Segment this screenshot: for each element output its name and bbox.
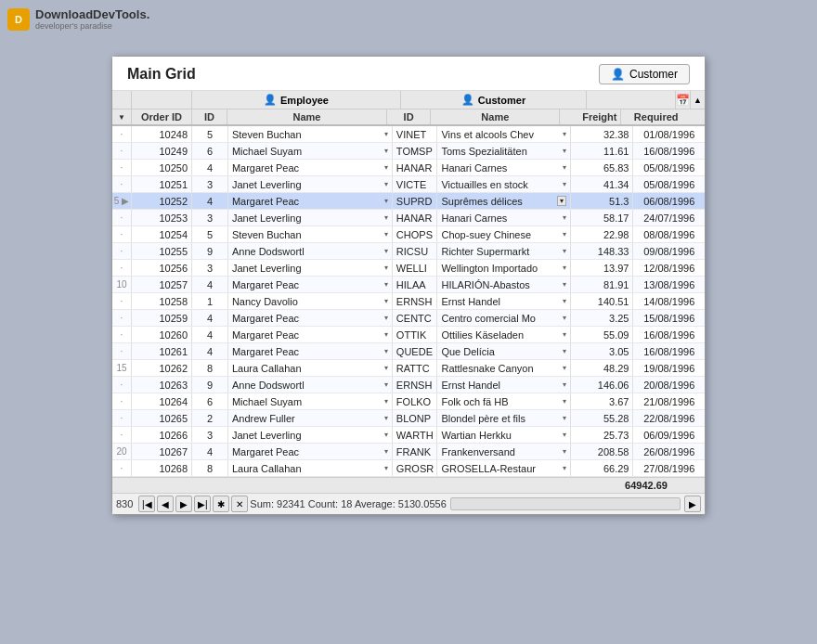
emp-dropdown-icon[interactable]: ▾ [384, 180, 388, 188]
cust-dropdown-icon[interactable]: ▾ [563, 280, 566, 289]
row-cust-name[interactable]: GROSELLA-Restaur ▾ [436, 460, 569, 476]
emp-dropdown-icon[interactable]: ▾ [384, 130, 388, 138]
row-cust-name[interactable]: Vins et alcools Chev ▾ [436, 126, 569, 142]
row-cust-name[interactable]: Rattlesnake Canyon ▾ [436, 360, 569, 376]
table-row[interactable]: 15 10262 8 Laura Callahan ▾ RATTC Rattle… [112, 360, 705, 377]
nav-new-btn[interactable]: ✱ [213, 496, 229, 512]
calendar-icon[interactable]: 📅 [675, 91, 690, 109]
row-cust-name[interactable]: Wellington Importado ▾ [436, 260, 569, 276]
nav-next-btn[interactable]: ▶ [175, 496, 192, 512]
nav-prev-btn[interactable]: ◀ [157, 496, 174, 512]
emp-dropdown-icon[interactable]: ▾ [384, 314, 388, 322]
row-cust-name[interactable]: Ernst Handel ▾ [436, 293, 569, 309]
emp-dropdown-icon[interactable]: ▾ [384, 163, 388, 172]
cust-dropdown-icon[interactable]: ▾ [563, 230, 566, 238]
row-cust-name[interactable]: Ernst Handel ▾ [436, 377, 569, 393]
cust-dropdown-icon[interactable]: ▾ [563, 347, 566, 355]
row-emp-name[interactable]: Michael Suyam ▾ [227, 393, 392, 409]
customer-button[interactable]: 👤 Customer [599, 64, 690, 84]
emp-dropdown-icon[interactable]: ▾ [384, 213, 388, 222]
row-cust-name[interactable]: HILARIÓN-Abastos ▾ [436, 277, 569, 292]
row-emp-name[interactable]: Steven Buchan ▾ [227, 226, 392, 242]
cust-name-col-header[interactable]: Name [430, 109, 559, 124]
row-cust-name[interactable]: Chop-suey Chinese ▾ [436, 226, 569, 242]
emp-dropdown-icon[interactable]: ▾ [384, 364, 388, 372]
horizontal-scrollbar[interactable] [450, 497, 681, 510]
row-emp-name[interactable]: Margaret Peac ▾ [227, 277, 392, 292]
cust-dropdown-icon[interactable]: ▾ [563, 380, 566, 389]
emp-dropdown-icon[interactable]: ▾ [384, 264, 388, 272]
table-row[interactable]: 20 10267 4 Margaret Peac ▾ FRANK Franken… [112, 444, 705, 460]
freight-col-header[interactable]: Freight [559, 109, 620, 124]
cust-dropdown-icon[interactable]: ▾ [563, 264, 566, 272]
row-emp-name[interactable]: Laura Callahan ▾ [227, 360, 392, 376]
cust-dropdown-icon[interactable]: ▾ [563, 397, 566, 406]
row-emp-name[interactable]: Margaret Peac ▾ [227, 343, 392, 359]
cust-dropdown-icon[interactable]: ▾ [563, 297, 566, 305]
table-row[interactable]: · 10258 1 Nancy Davolio ▾ ERNSH Ernst Ha… [112, 293, 705, 310]
row-emp-name[interactable]: Janet Leverling ▾ [227, 427, 392, 443]
table-row[interactable]: · 10248 5 Steven Buchan ▾ VINET Vins et … [112, 126, 705, 143]
row-emp-name[interactable]: Anne Dodswortl ▾ [227, 243, 392, 259]
table-row[interactable]: · 10268 8 Laura Callahan ▾ GROSR GROSELL… [112, 460, 705, 477]
row-emp-name[interactable]: Margaret Peac ▾ [227, 327, 392, 342]
table-row[interactable]: 10 10257 4 Margaret Peac ▾ HILAA HILARIÓ… [112, 277, 705, 293]
cust-dropdown-icon[interactable]: ▾ [563, 247, 566, 255]
table-row[interactable]: · 10259 4 Margaret Peac ▾ CENTC Centro c… [112, 310, 705, 327]
row-emp-name[interactable]: Janet Leverling ▾ [227, 176, 392, 192]
cust-dropdown-icon[interactable]: ▾ [563, 464, 566, 472]
emp-name-col-header[interactable]: Name [227, 109, 386, 124]
table-row[interactable]: · 10265 2 Andrew Fuller ▾ BLONP Blondel … [112, 410, 705, 427]
cust-dropdown-icon[interactable]: ▾ [563, 447, 566, 456]
cust-dropdown-icon[interactable]: ▾ [563, 130, 566, 138]
scroll-right-btn[interactable]: ▶ [684, 496, 701, 512]
orderid-col-header[interactable]: Order ID [131, 109, 191, 124]
cust-id-col-header[interactable]: ID [386, 109, 430, 124]
cust-dropdown-icon[interactable]: ▾ [563, 213, 566, 222]
cust-dropdown-icon[interactable]: ▾ [563, 330, 566, 339]
cust-dropdown-icon[interactable]: ▾ [563, 314, 566, 322]
emp-dropdown-icon[interactable]: ▾ [384, 297, 388, 305]
row-cust-name[interactable]: Ottilies Käseladen ▾ [436, 327, 569, 342]
nav-first-btn[interactable]: |◀ [138, 496, 155, 512]
table-row[interactable]: · 10253 3 Janet Leverling ▾ HANAR Hanari… [112, 210, 705, 226]
required-col-header[interactable]: Required [620, 109, 690, 124]
row-cust-name[interactable]: Hanari Carnes ▾ [436, 160, 569, 175]
emp-dropdown-icon[interactable]: ▾ [384, 414, 388, 422]
nav-last-btn[interactable]: ▶| [194, 496, 211, 512]
table-row[interactable]: · 10263 9 Anne Dodswortl ▾ ERNSH Ernst H… [112, 377, 705, 393]
emp-dropdown-icon[interactable]: ▾ [384, 464, 388, 472]
row-cust-name[interactable]: Richter Supermarkt ▾ [436, 243, 569, 259]
table-row[interactable]: · 10256 3 Janet Leverling ▾ WELLI Wellin… [112, 260, 705, 277]
row-cust-name[interactable]: Victuailles en stock ▾ [436, 176, 569, 192]
row-cust-name[interactable]: Centro comercial Mo ▾ [436, 310, 569, 326]
row-emp-name[interactable]: Nancy Davolio ▾ [227, 293, 392, 309]
row-emp-name[interactable]: Andrew Fuller ▾ [227, 410, 392, 426]
emp-dropdown-icon[interactable]: ▾ [384, 447, 388, 456]
row-emp-name[interactable]: Anne Dodswortl ▾ [227, 377, 392, 393]
emp-dropdown-icon[interactable]: ▾ [384, 397, 388, 406]
row-cust-name[interactable]: Blondel père et fils ▾ [436, 410, 569, 426]
table-row[interactable]: · 10261 4 Margaret Peac ▾ QUEDE Que Delí… [112, 343, 705, 360]
emp-dropdown-icon[interactable]: ▾ [384, 330, 388, 339]
cust-dropdown-icon[interactable]: ▾ [563, 364, 566, 372]
emp-dropdown-icon[interactable]: ▾ [384, 230, 388, 238]
emp-dropdown-icon[interactable]: ▾ [384, 147, 388, 155]
emp-dropdown-icon[interactable]: ▾ [384, 247, 388, 255]
cust-dropdown-icon[interactable]: ▾ [563, 180, 566, 188]
table-row[interactable]: · 10250 4 Margaret Peac ▾ HANAR Hanari C… [112, 160, 705, 176]
table-row[interactable]: · 10260 4 Margaret Peac ▾ OTTIK Ottilies… [112, 327, 705, 343]
row-cust-name[interactable]: Toms Spezialitäten ▾ [436, 143, 569, 159]
row-emp-name[interactable]: Steven Buchan ▾ [227, 126, 392, 142]
table-row[interactable]: · 10266 3 Janet Leverling ▾ WARTH Wartia… [112, 427, 705, 444]
row-emp-name[interactable]: Margaret Peac ▾ [227, 444, 392, 459]
collapse-btn[interactable]: ▲ [690, 91, 705, 109]
row-cust-name[interactable]: Folk och fä HB ▾ [436, 393, 569, 409]
row-emp-name[interactable]: Margaret Peac ▾ [227, 310, 392, 326]
cust-dropdown-icon[interactable]: ▾ [557, 196, 566, 206]
emp-dropdown-icon[interactable]: ▾ [384, 280, 388, 289]
table-row[interactable]: · 10264 6 Michael Suyam ▾ FOLKO Folk och… [112, 393, 705, 410]
emp-dropdown-icon[interactable]: ▾ [384, 431, 388, 439]
row-emp-name[interactable]: Laura Callahan ▾ [227, 460, 392, 476]
row-cust-name[interactable]: Hanari Carnes ▾ [436, 210, 569, 225]
